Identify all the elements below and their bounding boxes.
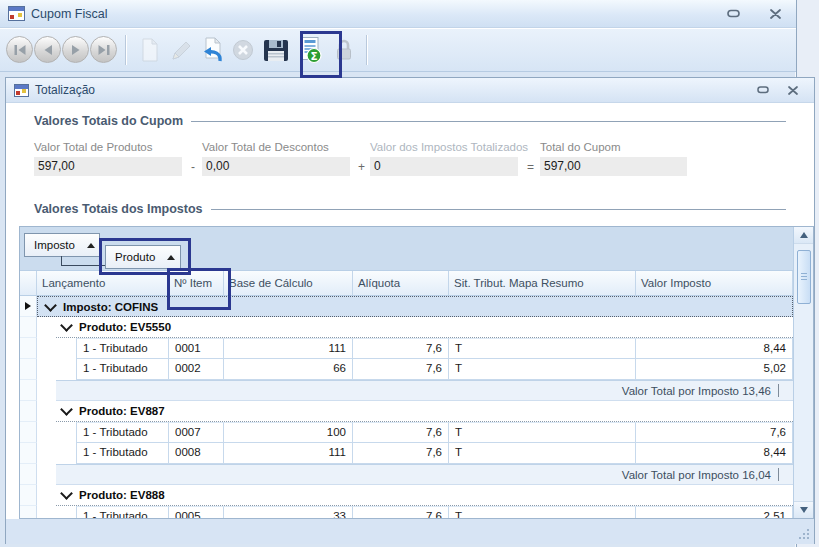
toolbar-separator (366, 35, 368, 65)
group-row-imposto[interactable]: Imposto: COFINS (20, 296, 793, 317)
row-indicator (20, 443, 37, 464)
last-record-button[interactable] (90, 36, 117, 63)
toolbar: Σ (0, 28, 796, 72)
cell[interactable]: 0007 (169, 422, 224, 443)
section-rule (211, 209, 786, 210)
cell[interactable]: T (449, 359, 636, 380)
column-header-6[interactable]: Valor Imposto (636, 271, 793, 296)
scroll-down-button[interactable] (794, 501, 813, 518)
cell[interactable]: 1 - Tributado (76, 443, 169, 464)
cell[interactable]: T (449, 506, 636, 518)
arrow-down-icon (800, 507, 808, 513)
first-record-icon (13, 44, 27, 56)
row-indicator (20, 317, 37, 338)
field-valor-impostos-totalizados: Valor dos Impostos Totalizados 0 (370, 141, 518, 176)
column-header-4[interactable]: Alíquota (353, 271, 449, 296)
cell[interactable]: 7,6 (353, 338, 449, 359)
child-window-title: Totalização (35, 83, 95, 97)
field-label: Valor dos Impostos Totalizados (370, 141, 518, 155)
section-valores-impostos: Valores Totais dos Impostos (34, 202, 786, 216)
main-titlebar: Cupom Fiscal (0, 0, 796, 28)
new-record-button[interactable] (134, 31, 165, 69)
chevron-down-icon[interactable] (60, 487, 73, 500)
previous-record-button[interactable] (34, 36, 61, 63)
screen: Cupom Fiscal (0, 0, 819, 547)
section-valores-cupom: Valores Totais do Cupom (34, 114, 786, 128)
row-indicator (20, 380, 37, 401)
cell[interactable]: 7,6 (636, 422, 793, 443)
group-label: Produto: EV888 (79, 489, 165, 501)
table-row[interactable]: 1 - Tributado00011117,6T8,44 (20, 338, 793, 359)
summary-row[interactable]: Valor Total por Imposto 16,04 (20, 464, 793, 485)
cell[interactable]: 7,6 (353, 422, 449, 443)
cell[interactable]: 111 (224, 338, 353, 359)
operator-plus: + (358, 160, 365, 174)
chevron-down-icon[interactable] (44, 299, 57, 312)
save-icon (262, 37, 290, 63)
scrollbar-thumb[interactable] (797, 250, 811, 304)
next-record-button[interactable] (62, 36, 89, 63)
cell[interactable]: 0001 (169, 338, 224, 359)
cell[interactable]: T (449, 338, 636, 359)
cell[interactable]: 1 - Tributado (76, 506, 169, 518)
total-cupom-input[interactable]: 597,00 (540, 157, 687, 176)
resize-grip[interactable] (796, 526, 810, 540)
child-close-button[interactable] (782, 81, 804, 99)
chevron-down-icon[interactable] (60, 403, 73, 416)
cell[interactable]: 8,44 (636, 338, 793, 359)
row-indicator (20, 359, 37, 380)
cell[interactable]: 5,02 (636, 359, 793, 380)
group-row-produto[interactable]: Produto: EV888 (20, 485, 793, 506)
cell[interactable]: 0002 (169, 359, 224, 380)
cell[interactable]: 2,51 (636, 506, 793, 518)
column-header-3[interactable]: Base de Cálculo (224, 271, 353, 296)
cell[interactable]: 1 - Tributado (76, 359, 169, 380)
child-client-area: Valores Totais do Cupom Valor Total de P… (6, 103, 814, 544)
group-label: Produto: EV5550 (79, 321, 171, 333)
vertical-scrollbar[interactable] (793, 227, 813, 518)
column-header-5[interactable]: Sit. Tribut. Mapa Resumo (449, 271, 636, 296)
child-minimize-button[interactable] (752, 81, 774, 99)
cell[interactable]: 0008 (169, 443, 224, 464)
cancel-button[interactable] (227, 31, 258, 69)
group-button-imposto[interactable]: Imposto (24, 233, 100, 257)
group-row-produto[interactable]: Produto: EV5550 (20, 317, 793, 338)
cell[interactable]: 100 (224, 422, 353, 443)
cell[interactable]: 33 (224, 506, 353, 518)
save-button[interactable] (258, 31, 294, 69)
close-button[interactable] (764, 5, 786, 23)
cell[interactable]: T (449, 443, 636, 464)
close-icon (769, 9, 782, 19)
minimize-button[interactable] (722, 5, 744, 23)
undo-button[interactable] (196, 31, 227, 69)
edit-record-button[interactable] (165, 31, 196, 69)
summary-row[interactable]: Valor Total por Imposto 13,46 (20, 380, 793, 401)
first-record-button[interactable] (6, 36, 33, 63)
cell[interactable]: 1 - Tributado (76, 422, 169, 443)
undo-icon (199, 37, 225, 63)
valor-total-produtos-input[interactable]: 597,00 (34, 157, 182, 176)
cell[interactable]: 1 - Tributado (76, 338, 169, 359)
cell[interactable]: 8,44 (636, 443, 793, 464)
table-row[interactable]: 1 - Tributado00081117,6T8,44 (20, 443, 793, 464)
cell[interactable]: 7,6 (353, 443, 449, 464)
cell[interactable]: 0005 (169, 506, 224, 518)
row-indicator-header (20, 271, 37, 296)
table-row[interactable]: 1 - Tributado0005337,6T2,51 (20, 506, 793, 518)
cell[interactable]: 111 (224, 443, 353, 464)
group-row-produto[interactable]: Produto: EV887 (20, 401, 793, 422)
cell[interactable]: 66 (224, 359, 353, 380)
cell[interactable]: T (449, 422, 636, 443)
valor-total-descontos-input[interactable]: 0,00 (202, 157, 350, 176)
section-title: Valores Totais dos Impostos (34, 202, 203, 216)
row-indicator (20, 338, 37, 359)
cell[interactable]: 7,6 (353, 506, 449, 518)
valor-impostos-totalizados-input[interactable]: 0 (370, 157, 518, 176)
chevron-down-icon[interactable] (60, 319, 73, 332)
scroll-up-button[interactable] (794, 227, 813, 244)
app-icon (8, 6, 25, 21)
table-row[interactable]: 1 - Tributado00071007,6T7,6 (20, 422, 793, 443)
table-row[interactable]: 1 - Tributado0002667,6T5,02 (20, 359, 793, 380)
group-label: Produto: EV887 (79, 405, 165, 417)
cell[interactable]: 7,6 (353, 359, 449, 380)
